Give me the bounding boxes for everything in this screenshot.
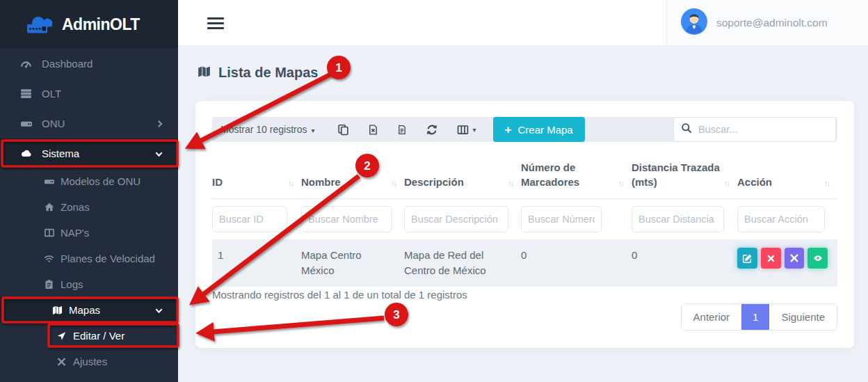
copy-icon[interactable]	[337, 124, 349, 136]
sidebar-item-ajustes[interactable]: Ajustes	[0, 349, 178, 374]
table-search	[673, 117, 836, 142]
cell-distancia: 0	[632, 239, 737, 287]
map-icon	[197, 65, 211, 81]
sidebar-item-planes-de-velocidad[interactable]: Planes de Velocidad	[0, 246, 178, 271]
filter-distancia-input[interactable]	[632, 206, 724, 232]
cell-acciones	[737, 239, 837, 287]
table-filter-row	[212, 199, 837, 240]
pagination-next-button[interactable]: Siguiente	[769, 304, 837, 330]
column-header-descripcion[interactable]: Descripción↑↓	[404, 160, 521, 199]
sidebar-item-label: Modelos de ONU	[61, 175, 140, 187]
adminolt-logo-icon	[24, 10, 56, 39]
map-tools-button[interactable]	[785, 248, 805, 269]
filter-accion-input[interactable]	[737, 206, 825, 232]
sidebar-item-onu[interactable]: ONU	[0, 109, 178, 138]
dashboard-gauge-icon	[19, 58, 33, 70]
column-header-marcadores[interactable]: Número de Marcadores↑↓	[521, 160, 632, 199]
main-content: Lista de Mapas Mostrar 10 registros▾	[178, 46, 868, 382]
sidebar-item-logs[interactable]: Logs	[0, 271, 178, 297]
sidebar-item-olt[interactable]: OLT	[0, 79, 178, 109]
topbar: soporte@adminolt.com	[178, 0, 868, 46]
maps-table: ID↑↓ Nombre↑↓ Descripción↑↓ Número de Ma…	[212, 160, 837, 287]
filter-marcadores-input[interactable]	[521, 206, 602, 232]
sidebar-item-mapas[interactable]: Mapas	[0, 297, 178, 323]
sidebar: AdminOLT Dashboard OLT ONU	[0, 0, 178, 382]
sidebar-item-label: Dashboard	[42, 58, 93, 70]
create-map-button[interactable]: + Crear Mapa	[493, 117, 585, 142]
olt-servers-icon	[19, 88, 33, 100]
sidebar-item-zonas[interactable]: Zonas	[0, 194, 178, 220]
columns-icon	[43, 228, 55, 238]
onu-device-icon	[19, 118, 33, 129]
sidebar-item-label: OLT	[42, 88, 61, 100]
home-icon	[43, 202, 55, 212]
caret-down-icon: ▾	[473, 126, 476, 134]
sort-icon: ↑↓	[824, 178, 829, 189]
file-export-icon[interactable]	[397, 124, 407, 136]
sidebar-item-label: Mapas	[69, 304, 100, 316]
page-length-dropdown[interactable]: Mostrar 10 registros▾	[220, 124, 315, 135]
cell-descripcion: Mapa de Red del Centro de México	[404, 239, 521, 287]
filter-id-input[interactable]	[212, 206, 287, 232]
plus-icon: +	[505, 124, 512, 136]
chevron-right-icon	[156, 120, 163, 127]
map-icon	[51, 305, 63, 315]
sidebar-item-label: Sistema	[42, 148, 79, 159]
search-icon	[681, 122, 692, 136]
edit-map-button[interactable]	[737, 248, 757, 269]
page-header: Lista de Mapas	[197, 65, 318, 81]
sidebar-item-label: ONU	[42, 118, 65, 129]
sidebar-item-sistema[interactable]: Sistema	[0, 138, 178, 168]
sidebar-item-label: Logs	[61, 278, 83, 290]
sort-icon: ↑↓	[618, 178, 623, 189]
search-input[interactable]	[698, 124, 828, 135]
table-header-row: ID↑↓ Nombre↑↓ Descripción↑↓ Número de Ma…	[212, 160, 837, 199]
pagination-page-1-button[interactable]: 1	[741, 304, 769, 330]
filter-descripcion-input[interactable]	[404, 206, 508, 232]
filter-nombre-input[interactable]	[301, 206, 392, 232]
sidebar-item-label: NAP's	[61, 227, 89, 239]
sidebar-item-modelos-de-onu[interactable]: Modelos de ONU	[0, 168, 178, 194]
sort-icon: ↑↓	[508, 178, 513, 189]
location-arrow-icon	[56, 331, 67, 341]
sidebar-item-label: Ajustes	[73, 356, 107, 367]
sidebar-nav: Dashboard OLT ONU Sistema	[0, 49, 178, 374]
cell-nombre: Mapa Centro México	[301, 239, 404, 287]
clipboard-logs-icon	[43, 279, 55, 289]
cloud-icon	[19, 148, 33, 159]
sidebar-item-label: Planes de Velocidad	[61, 253, 155, 264]
excel-export-icon[interactable]	[368, 124, 378, 136]
sort-icon: ↑↓	[288, 178, 293, 189]
columns-visibility-icon[interactable]: ▾	[457, 124, 476, 136]
column-header-nombre[interactable]: Nombre↑↓	[301, 160, 404, 199]
pagination-previous-button[interactable]: Anterior	[682, 304, 742, 330]
caret-down-icon: ▾	[311, 127, 314, 134]
user-menu[interactable]: soporte@adminolt.com	[666, 0, 868, 45]
page-title: Lista de Mapas	[218, 65, 318, 81]
chevron-down-icon	[156, 306, 163, 313]
cell-marcadores: 0	[521, 239, 632, 287]
maps-table-card: Mostrar 10 registros▾ ▾	[195, 101, 854, 348]
user-avatar	[681, 8, 707, 38]
column-header-accion[interactable]: Acción↑↓	[737, 160, 837, 199]
chevron-down-icon	[156, 150, 163, 157]
table-row: 1 Mapa Centro México Mapa de Red del Cen…	[212, 239, 837, 287]
user-email: soporte@adminolt.com	[716, 17, 828, 29]
sidebar-item-dashboard[interactable]: Dashboard	[0, 49, 178, 79]
view-map-button[interactable]	[807, 248, 828, 269]
sidebar-item-naps[interactable]: NAP's	[0, 220, 178, 246]
table-toolbar: Mostrar 10 registros▾ ▾	[212, 117, 837, 142]
column-header-id[interactable]: ID↑↓	[212, 160, 301, 199]
pagination: Anterior 1 Siguiente	[681, 303, 837, 331]
brand[interactable]: AdminOLT	[0, 0, 178, 49]
sidebar-item-label: Zonas	[61, 201, 90, 213]
column-header-distancia[interactable]: Distancia Trazada (mts)↑↓	[632, 160, 737, 199]
sidebar-toggle-button[interactable]	[207, 15, 224, 31]
refresh-icon[interactable]	[426, 124, 438, 136]
sidebar-item-editar-ver[interactable]: Editar / Ver	[0, 323, 178, 349]
adminolt-app: AdminOLT Dashboard OLT ONU	[0, 0, 868, 382]
brand-title: AdminOLT	[62, 15, 140, 34]
sort-icon: ↑↓	[391, 178, 396, 189]
sort-icon: ↑↓	[724, 178, 729, 189]
delete-map-button[interactable]	[761, 248, 781, 269]
